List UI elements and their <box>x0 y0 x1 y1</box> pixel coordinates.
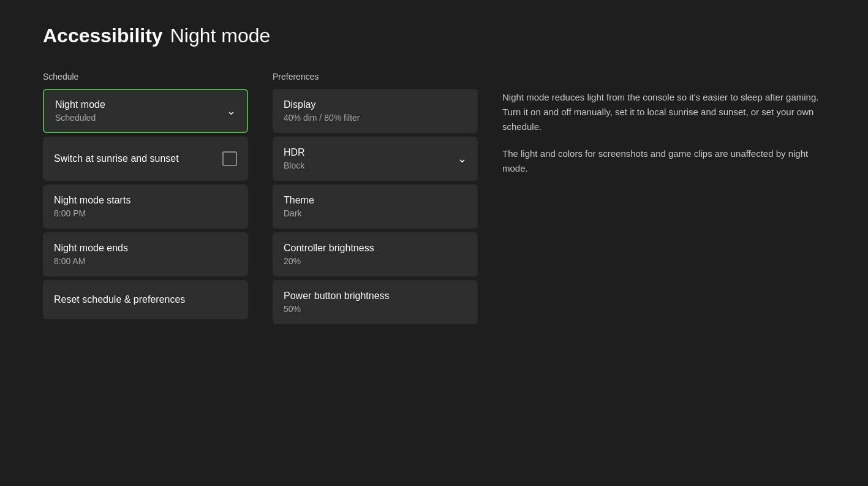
sunrise-sunset-item[interactable]: Switch at sunrise and sunset <box>43 137 248 181</box>
hdr-item[interactable]: HDR Block ⌄ <box>273 137 478 181</box>
controller-brightness-title: Controller brightness <box>284 243 374 254</box>
power-button-brightness-text: Power button brightness 50% <box>284 290 390 314</box>
page-container: Accessibility Night mode Schedule Night … <box>0 0 868 352</box>
controller-brightness-text: Controller brightness 20% <box>284 243 374 266</box>
sunrise-sunset-text: Switch at sunrise and sunset <box>54 153 179 164</box>
night-mode-title: Night mode <box>55 99 105 110</box>
night-mode-ends-text: Night mode ends 8:00 AM <box>54 243 128 266</box>
hdr-text: HDR Block <box>284 147 305 170</box>
power-button-brightness-title: Power button brightness <box>284 290 390 302</box>
hdr-subtitle: Block <box>284 161 305 170</box>
night-mode-starts-item[interactable]: Night mode starts 8:00 PM <box>43 184 248 229</box>
night-mode-subtitle: Scheduled <box>55 113 105 123</box>
display-item[interactable]: Display 40% dim / 80% filter <box>273 89 478 133</box>
display-text: Display 40% dim / 80% filter <box>284 99 360 123</box>
main-content: Schedule Night mode Scheduled ⌄ Switch a… <box>43 72 825 328</box>
night-mode-starts-subtitle: 8:00 PM <box>54 208 130 218</box>
header-light: Night mode <box>170 25 271 47</box>
info-column: Night mode reduces light from the consol… <box>502 72 825 188</box>
display-subtitle: 40% dim / 80% filter <box>284 113 360 123</box>
sunrise-sunset-title: Switch at sunrise and sunset <box>54 153 179 164</box>
controller-brightness-item[interactable]: Controller brightness 20% <box>273 232 478 276</box>
night-mode-text: Night mode Scheduled <box>55 99 105 123</box>
night-mode-ends-title: Night mode ends <box>54 243 128 254</box>
controller-brightness-subtitle: 20% <box>284 256 374 266</box>
hdr-title: HDR <box>284 147 305 158</box>
reset-title: Reset schedule & preferences <box>54 294 185 305</box>
info-paragraph-1: Night mode reduces light from the consol… <box>502 90 825 134</box>
theme-title: Theme <box>284 195 314 206</box>
power-button-brightness-item[interactable]: Power button brightness 50% <box>273 280 478 324</box>
page-header: Accessibility Night mode <box>43 25 825 47</box>
display-title: Display <box>284 99 360 110</box>
theme-text: Theme Dark <box>284 195 314 218</box>
power-button-brightness-subtitle: 50% <box>284 304 390 314</box>
night-mode-ends-subtitle: 8:00 AM <box>54 256 128 266</box>
hdr-chevron-icon: ⌄ <box>458 152 467 165</box>
night-mode-chevron-icon: ⌄ <box>227 104 236 118</box>
info-paragraph-2: The light and colors for screenshots and… <box>502 146 825 176</box>
preferences-label: Preferences <box>273 72 478 82</box>
theme-item[interactable]: Theme Dark <box>273 184 478 229</box>
schedule-label: Schedule <box>43 72 248 82</box>
reset-item[interactable]: Reset schedule & preferences <box>43 280 248 319</box>
night-mode-starts-text: Night mode starts 8:00 PM <box>54 195 130 218</box>
schedule-column: Schedule Night mode Scheduled ⌄ Switch a… <box>43 72 248 323</box>
header-bold: Accessibility <box>43 25 163 47</box>
reset-text: Reset schedule & preferences <box>54 294 185 305</box>
preferences-column: Preferences Display 40% dim / 80% filter… <box>273 72 478 328</box>
sunrise-sunset-checkbox[interactable] <box>222 151 237 166</box>
night-mode-item[interactable]: Night mode Scheduled ⌄ <box>43 89 248 133</box>
theme-subtitle: Dark <box>284 208 314 218</box>
night-mode-starts-title: Night mode starts <box>54 195 130 206</box>
night-mode-ends-item[interactable]: Night mode ends 8:00 AM <box>43 232 248 276</box>
